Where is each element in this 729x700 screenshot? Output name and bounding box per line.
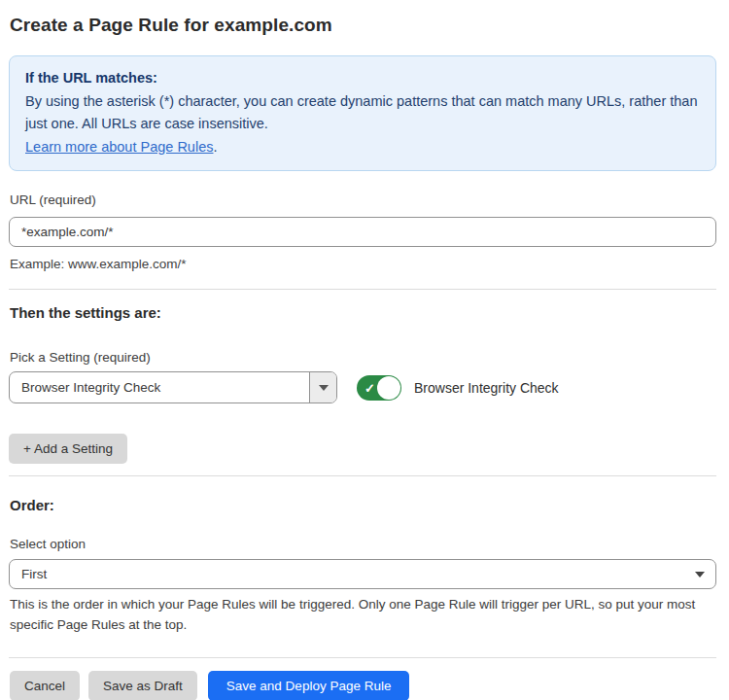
add-setting-button[interactable]: + Add a Setting (9, 434, 127, 464)
create-page-rule-panel: Create a Page Rule for example.com If th… (0, 0, 729, 700)
learn-more-link[interactable]: Learn more about Page Rules (25, 139, 213, 155)
browser-integrity-toggle[interactable]: ✓ (357, 375, 401, 401)
triangle-glyph (319, 385, 329, 391)
info-box-link-line: Learn more about Page Rules. (25, 136, 700, 159)
divider (9, 289, 716, 290)
order-select[interactable]: First (9, 559, 716, 589)
chevron-down-icon[interactable] (309, 372, 336, 402)
page-title: Create a Page Rule for example.com (10, 15, 716, 36)
chevron-down-icon (695, 572, 705, 578)
url-input[interactable] (9, 217, 716, 247)
url-field-label: URL (required) (10, 192, 716, 207)
setting-picker-label: Pick a Setting (required) (10, 350, 716, 365)
order-section-heading: Order: (10, 497, 716, 513)
info-box-heading: If the URL matches: (25, 67, 700, 90)
save-and-deploy-button[interactable]: Save and Deploy Page Rule (208, 671, 410, 700)
order-helper-text: This is the order in which your Page Rul… (10, 595, 716, 636)
divider (9, 657, 716, 658)
footer-buttons: Cancel Save as Draft Save and Deploy Pag… (10, 671, 716, 700)
save-as-draft-button[interactable]: Save as Draft (88, 671, 197, 700)
setting-select-value: Browser Integrity Check (10, 372, 309, 402)
settings-section-heading: Then the settings are: (10, 304, 716, 321)
order-select-value: First (21, 567, 47, 581)
check-icon: ✓ (364, 381, 375, 394)
toggle-knob (377, 376, 400, 400)
order-select-label: Select option (10, 537, 716, 551)
link-suffix: . (213, 139, 217, 155)
cancel-button[interactable]: Cancel (10, 671, 80, 700)
url-example-helper: Example: www.example.com/* (10, 255, 716, 274)
setting-select[interactable]: Browser Integrity Check (9, 371, 337, 403)
divider (9, 475, 716, 476)
info-box-body: By using the asterisk (*) character, you… (25, 90, 700, 136)
url-match-info-box: If the URL matches: By using the asteris… (9, 55, 716, 171)
setting-row: Browser Integrity Check ✓ Browser Integr… (9, 371, 716, 403)
toggle-label: Browser Integrity Check (414, 380, 559, 396)
